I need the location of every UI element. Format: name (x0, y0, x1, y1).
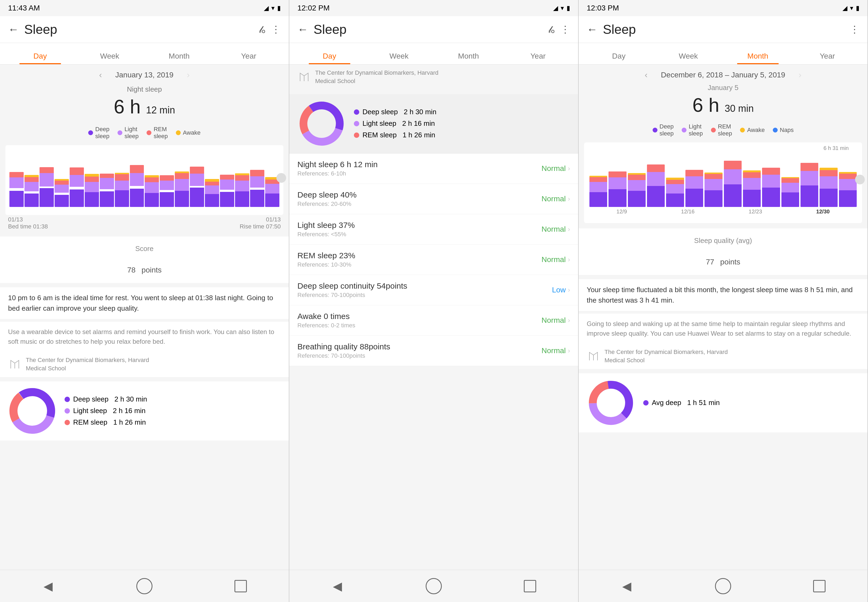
month-bar-11 (782, 145, 799, 207)
month-bar-2 (608, 145, 626, 207)
next-date-1[interactable]: › (182, 70, 195, 80)
more-icon-3[interactable]: ⋮ (850, 24, 859, 35)
metric-ref-5: References: 70-100points (297, 292, 552, 299)
metric-awake[interactable]: Awake 0 times References: 0-2 times Norm… (289, 305, 578, 336)
metric-ref-6: References: 0-2 times (297, 322, 542, 329)
month-bar-10 (762, 145, 780, 207)
recents-nav-1[interactable] (231, 577, 250, 596)
bed-rise-1: 01/13 Bed time 01:38 01/13 Rise time 07:… (0, 215, 289, 231)
chart-wrapper-1 (0, 145, 289, 215)
header-icons-2: 𝓁ₒ ⋮ (548, 24, 570, 35)
current-date-1: January 13, 2019 (115, 71, 174, 79)
month-bar-9 (743, 145, 761, 207)
legend-label-rem-3: REMsleep (718, 123, 732, 137)
tab-week-2[interactable]: Week (364, 52, 434, 64)
legend-3: Deepsleep Lightsleep REMsleep Awake Naps (579, 120, 868, 143)
metric-light-sleep[interactable]: Light sleep 37% References: <55% Normal … (289, 214, 578, 244)
status-bar-3: 12:03 PM ◢ ▾ ▮ (579, 0, 868, 16)
tab-week-3[interactable]: Week (654, 52, 723, 64)
bar-col (250, 148, 264, 207)
score-label-3: Sleep quality (avg) (579, 236, 868, 245)
tab-day-3[interactable]: Day (584, 52, 654, 64)
sleep-summary-3: 6 h 30 min (579, 93, 868, 120)
bar-col (205, 148, 219, 207)
legend-awake-1: Awake (176, 126, 201, 140)
home-nav-1[interactable] (135, 577, 154, 596)
donut-value-rem-2: 1 h 26 min (403, 131, 435, 139)
score-section-3: Sleep quality (avg) 77 points (579, 229, 868, 275)
tab-year-1[interactable]: Year (214, 52, 284, 64)
tab-month-3[interactable]: Month (723, 52, 793, 64)
app-header-2: ← Sleep 𝓁ₒ ⋮ (289, 16, 578, 43)
home-nav-3[interactable] (714, 577, 733, 596)
back-button-2[interactable]: ← (297, 23, 308, 35)
metric-deep-sleep[interactable]: Deep sleep 40% References: 20-60% Normal… (289, 184, 578, 214)
content-2: The Center for Dynamical Biomarkers, Har… (289, 64, 578, 570)
donut-value-deep-1: 2 h 30 min (115, 395, 147, 403)
tab-year-2[interactable]: Year (503, 52, 573, 64)
metric-left-3: Light sleep 37% References: <55% (297, 221, 542, 238)
tab-month-1[interactable]: Month (145, 52, 214, 64)
tab-day-2[interactable]: Day (295, 52, 364, 64)
back-button-3[interactable]: ← (587, 23, 597, 35)
metric-deep-continuity[interactable]: Deep sleep continuity 54points Reference… (289, 275, 578, 305)
donut-label-light-1: Light sleep (73, 407, 107, 415)
metric-breathing[interactable]: Breathing quality 88points References: 7… (289, 336, 578, 366)
recents-nav-3[interactable] (810, 577, 829, 596)
status-icons-1: ◢ ▾ ▮ (264, 4, 281, 12)
metric-status-5: Low › (552, 286, 570, 294)
sleep-duration-1: 6 h 12 min (0, 96, 289, 118)
more-icon-1[interactable]: ⋮ (271, 24, 281, 35)
text-block-3a: Your sleep time fluctuated a bit this mo… (579, 279, 868, 311)
month-bar-3 (628, 145, 646, 207)
next-date-3[interactable]: › (793, 70, 807, 80)
bottom-nav-3: ◀ (579, 570, 868, 602)
metric-rem-sleep[interactable]: REM sleep 23% References: 10-30% Normal … (289, 244, 578, 275)
donut-item-deep-1: Deep sleep 2 h 30 min (65, 395, 147, 403)
wifi-icon-1: ▾ (271, 4, 274, 12)
harvard-text-1: The Center for Dynamical Biomarkers, Har… (26, 356, 149, 373)
legend-light-3: Lightsleep (682, 123, 703, 137)
home-nav-2[interactable] (424, 577, 443, 596)
tab-month-2[interactable]: Month (434, 52, 503, 64)
tab-year-3[interactable]: Year (793, 52, 862, 64)
back-nav-2[interactable]: ◀ (328, 577, 347, 596)
tab-day-1[interactable]: Day (5, 52, 75, 64)
bar-col (25, 148, 39, 207)
chevron-icon-7: › (568, 347, 570, 355)
back-nav-3[interactable]: ◀ (617, 577, 636, 596)
metric-ref-4: References: 10-30% (297, 261, 542, 268)
donut-label-rem-2: REM sleep (362, 131, 397, 139)
recents-nav-2[interactable] (520, 577, 539, 596)
night-sleep-label-1: Night sleep (0, 85, 289, 94)
chevron-icon-3: › (568, 226, 570, 233)
metric-night-sleep[interactable]: Night sleep 6 h 12 min References: 6-10h… (289, 154, 578, 184)
text-block-3b: Going to sleep and waking up at the same… (579, 313, 868, 344)
wifi-icon-2: ▾ (561, 4, 564, 12)
bar-chart-1 (8, 148, 281, 207)
more-icon-2[interactable]: ⋮ (560, 24, 570, 35)
prev-date-3[interactable]: ‹ (639, 70, 653, 80)
back-nav-1[interactable]: ◀ (39, 577, 57, 596)
bottom-nav-2: ◀ (289, 570, 578, 602)
score-unit-3: points (720, 258, 740, 266)
legend-rem-1: REMsleep (146, 126, 168, 140)
heart-rate-icon-1[interactable]: 𝓁ₒ (259, 24, 266, 35)
back-button-1[interactable]: ← (8, 23, 19, 35)
legend-deep-1: Deepsleep (88, 126, 109, 140)
date-nav-3: ‹ December 6, 2018 – January 5, 2019 › (579, 64, 868, 83)
score-section-1: Score 78 points (0, 236, 289, 283)
metric-title-2: Deep sleep 40% (297, 190, 542, 200)
battery-icon-1: ▮ (277, 4, 281, 12)
metric-left-7: Breathing quality 88points References: 7… (297, 342, 542, 359)
legend-label-light-3: Lightsleep (689, 123, 703, 137)
current-date-3: December 6, 2018 – January 5, 2019 (661, 71, 785, 79)
tab-bar-1: Day Week Month Year (0, 43, 289, 64)
heart-rate-icon-2[interactable]: 𝓁ₒ (548, 24, 555, 35)
metric-left-6: Awake 0 times References: 0-2 times (297, 312, 542, 329)
legend-label-rem-1: REMsleep (154, 126, 168, 140)
metrics-list-2: Night sleep 6 h 12 min References: 6-10h… (289, 154, 578, 366)
tab-week-1[interactable]: Week (75, 52, 145, 64)
prev-date-1[interactable]: ‹ (94, 70, 107, 80)
legend-dot-rem-3 (711, 127, 716, 132)
